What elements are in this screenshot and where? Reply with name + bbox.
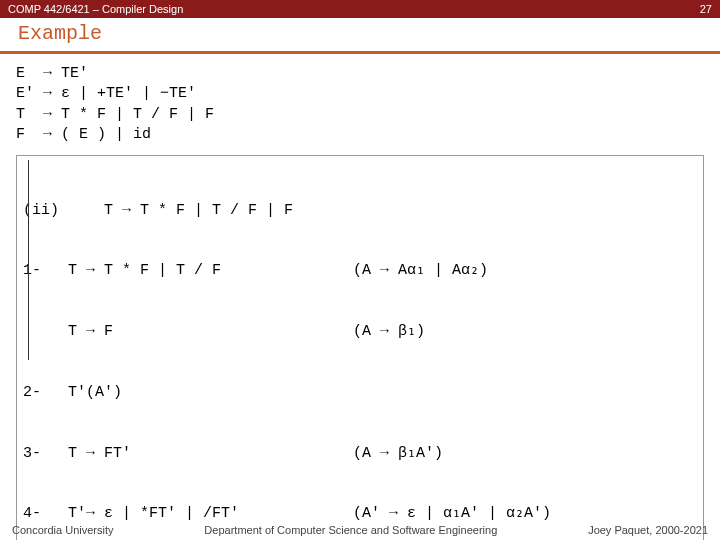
footer-left: Concordia University <box>12 524 113 536</box>
ii-r3-right <box>353 383 697 403</box>
ii-r1-left: 1- T → T * F | T / F <box>23 261 353 281</box>
ii-r4-right: (A → β₁A') <box>353 444 697 464</box>
ii-r4-left: 3- T → FT' <box>23 444 353 464</box>
ii-r5-left: 4- T'→ ε | *FT' | /FT' <box>23 504 353 524</box>
ii-r2-right: (A → β₁) <box>353 322 697 342</box>
ii-r1-right: (A → Aα₁ | Aα₂) <box>353 261 697 281</box>
course-label: COMP 442/6421 – Compiler Design <box>8 3 183 15</box>
slide-title: Example <box>18 22 102 45</box>
ii-r3-left: 2- T'(A') <box>23 383 353 403</box>
ii-r0-left: T → T * F | T / F | F <box>59 202 293 219</box>
footer: Concordia University Department of Compu… <box>0 524 720 536</box>
grammar-top: E → TE' E' → ε | +TE' | −TE' T → T * F |… <box>16 64 704 145</box>
footer-center: Department of Computer Science and Softw… <box>204 524 497 536</box>
content-area: E → TE' E' → ε | +TE' | −TE' T → T * F |… <box>0 54 720 540</box>
connector-line <box>28 160 29 360</box>
page-number: 27 <box>700 3 712 15</box>
derivation-box: (ii) T → T * F | T / F | F 1- T → T * F … <box>16 155 704 540</box>
ii-r5-right: (A' → ε | α₁A' | α₂A') <box>353 504 697 524</box>
title-row: Example <box>0 18 720 54</box>
top-bar: COMP 442/6421 – Compiler Design 27 <box>0 0 720 18</box>
ii-r0-right <box>353 201 697 221</box>
footer-right: Joey Paquet, 2000-2021 <box>588 524 708 536</box>
ii-r2-left: T → F <box>23 322 353 342</box>
